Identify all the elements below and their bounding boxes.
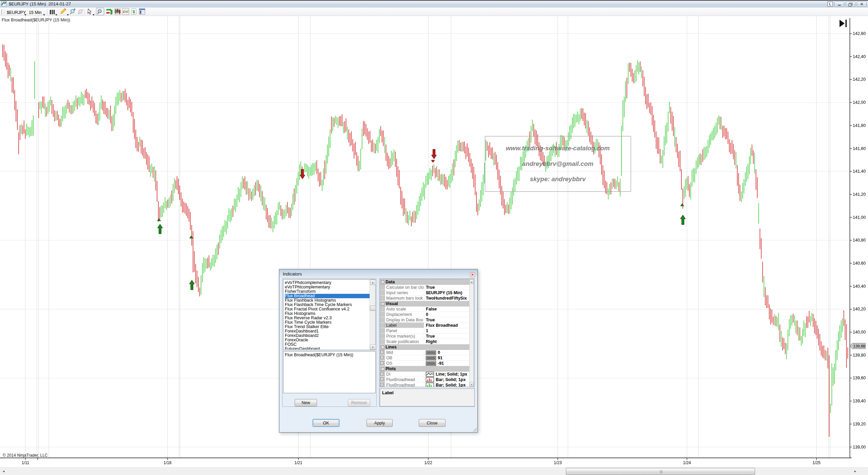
- svg-text:1/24: 1/24: [683, 460, 691, 465]
- svg-text:skype: andreybbrv: skype: andreybbrv: [530, 175, 586, 183]
- svg-text:140,40: 140,40: [853, 284, 866, 289]
- svg-text:141,20: 141,20: [853, 192, 866, 197]
- svg-text:1/23: 1/23: [554, 460, 562, 465]
- svg-text:141,40: 141,40: [853, 169, 866, 174]
- svg-text:139,80: 139,80: [853, 353, 866, 358]
- svg-text:140,80: 140,80: [853, 238, 866, 243]
- svg-text:139,20: 139,20: [853, 422, 866, 426]
- svg-text:139,00: 139,00: [853, 445, 866, 450]
- svg-text:140,60: 140,60: [853, 261, 866, 266]
- svg-text:140,20: 140,20: [853, 307, 866, 311]
- svg-text:139,88: 139,88: [853, 344, 865, 348]
- svg-text:142,60: 142,60: [853, 31, 866, 36]
- svg-text:$: $: [133, 9, 135, 14]
- svg-text:1/25: 1/25: [812, 460, 821, 465]
- svg-text:141,80: 141,80: [853, 123, 866, 128]
- svg-text:139,40: 139,40: [853, 399, 866, 403]
- svg-text:andreybbrv@gmail.com: andreybbrv@gmail.com: [522, 160, 593, 167]
- svg-text:© 2014 NinjaTrader, LLC: © 2014 NinjaTrader, LLC: [3, 453, 48, 458]
- svg-text:142,00: 142,00: [853, 100, 866, 105]
- svg-text:www.trading-software-catalog.c: www.trading-software-catalog.com: [506, 145, 610, 152]
- svg-text:1/18: 1/18: [163, 460, 172, 465]
- svg-text:142,40: 142,40: [853, 54, 866, 59]
- svg-text:1/22: 1/22: [424, 460, 432, 465]
- svg-text:139,60: 139,60: [853, 376, 866, 380]
- svg-text:1/11: 1/11: [22, 460, 29, 465]
- svg-text:141,00: 141,00: [853, 215, 866, 220]
- svg-text:140,00: 140,00: [853, 330, 866, 335]
- svg-text:142,20: 142,20: [853, 77, 866, 82]
- svg-text:141,60: 141,60: [853, 146, 866, 151]
- svg-text:1/21: 1/21: [294, 460, 302, 465]
